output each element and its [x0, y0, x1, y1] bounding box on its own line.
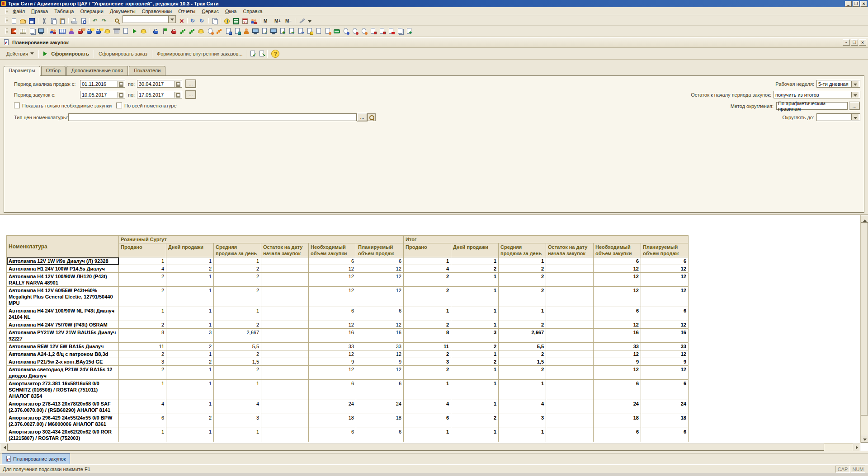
table-icon[interactable] [19, 28, 27, 35]
surgut-value-cell[interactable]: 2 [214, 366, 261, 380]
surgut-value-cell[interactable]: 6 [356, 428, 404, 442]
total-value-cell[interactable]: 2,667 [499, 329, 546, 343]
column-header[interactable]: Остаток на дату начала закупок [261, 243, 309, 257]
surgut-value-cell[interactable] [261, 307, 309, 321]
total-value-cell[interactable]: 2 [499, 273, 546, 287]
total-value-cell[interactable] [546, 343, 594, 350]
column-header[interactable]: Планируемый объем продаж [641, 243, 689, 257]
calendar-icon[interactable] [241, 18, 249, 25]
nomenclature-cell[interactable]: Автолампа светодиод P21W 24V BA15s 12 ди… [7, 366, 119, 380]
tab-selection[interactable]: Отбор [41, 66, 66, 76]
total-value-cell[interactable]: 6 [594, 428, 641, 442]
surgut-value-cell[interactable] [261, 287, 309, 307]
total-value-cell[interactable]: 6 [641, 257, 689, 265]
scroll-right-icon[interactable] [853, 443, 860, 451]
total-value-cell[interactable]: 1 [451, 307, 499, 321]
chevron-down-icon[interactable] [851, 81, 859, 87]
cut-icon[interactable] [41, 18, 48, 25]
calendar-picker-icon[interactable] [118, 81, 123, 87]
surgut-value-cell[interactable]: 12 [309, 321, 356, 329]
calendar-picker-icon[interactable] [175, 81, 180, 87]
column-header[interactable]: Дней продажи [451, 243, 499, 257]
surgut-value-cell[interactable] [261, 329, 309, 343]
total-value-cell[interactable]: 1 [451, 400, 499, 414]
surgut-value-cell[interactable]: 12 [356, 321, 404, 329]
surgut-value-cell[interactable]: 8 [119, 329, 166, 343]
basket-coin-icon[interactable] [86, 28, 93, 35]
person-red-doc-icon[interactable] [351, 28, 359, 35]
restore-button[interactable]: ❐ [853, 1, 859, 7]
surgut-value-cell[interactable]: 6 [356, 380, 404, 400]
surgut-value-cell[interactable]: 12 [309, 287, 356, 307]
redo-icon[interactable] [101, 18, 108, 25]
menu-reports[interactable]: Отчеты [175, 8, 198, 15]
copy-icon[interactable] [211, 18, 218, 25]
basket-red-icon[interactable] [170, 28, 178, 35]
total-value-cell[interactable]: 12 [594, 321, 641, 329]
chevron-down-icon[interactable] [851, 114, 859, 120]
total-value-cell[interactable]: 24 [594, 400, 641, 414]
total-value-cell[interactable] [546, 428, 594, 442]
total-value-cell[interactable] [546, 307, 594, 321]
sales-period-dots-button[interactable]: ... [186, 80, 196, 88]
total-value-cell[interactable]: 1 [451, 428, 499, 442]
purchase-period-to-input[interactable]: 17.05.2017 [137, 91, 182, 98]
menu-service[interactable]: Сервис [198, 8, 222, 15]
generate-order-button[interactable]: Сформировать заказ [95, 50, 151, 58]
nomenclature-cell[interactable]: Автолампа Н4 12V 60/55W P43t+60% Megalig… [7, 287, 119, 307]
total-value-cell[interactable]: 16 [594, 329, 641, 343]
surgut-value-cell[interactable]: 5,5 [214, 343, 261, 350]
total-value-cell[interactable] [546, 414, 594, 428]
vertical-scrollbar[interactable] [860, 215, 868, 443]
docs-icon[interactable] [396, 28, 404, 35]
total-value-cell[interactable]: 2 [404, 321, 451, 329]
total-value-cell[interactable] [546, 321, 594, 329]
save-icon[interactable] [28, 18, 36, 25]
nomenclature-cell[interactable]: Амортизатор 296-429 24x55/24x55 0/0 BPW … [7, 414, 119, 428]
scroll-up-icon[interactable] [861, 215, 868, 223]
total-value-cell[interactable]: 9 [641, 358, 689, 366]
total-value-cell[interactable]: 11 [404, 343, 451, 350]
surgut-value-cell[interactable]: 18 [356, 414, 404, 428]
total-value-cell[interactable]: 2 [451, 265, 499, 273]
screen-icon[interactable] [270, 28, 277, 35]
surgut-value-cell[interactable]: 2 [119, 321, 166, 329]
surgut-value-cell[interactable]: 16 [309, 329, 356, 343]
total-value-cell[interactable]: 1 [451, 366, 499, 380]
surgut-value-cell[interactable]: 6 [309, 428, 356, 442]
screen-icon[interactable] [252, 28, 259, 35]
tab-indicators[interactable]: Показатели [129, 66, 165, 76]
total-value-cell[interactable]: 3 [404, 358, 451, 366]
total-value-cell[interactable] [546, 350, 594, 358]
price-type-dots-button[interactable]: ... [357, 113, 367, 121]
total-value-cell[interactable]: 6 [594, 307, 641, 321]
surgut-value-cell[interactable]: 3 [166, 329, 214, 343]
nomenclature-cell[interactable]: Амортизатор 302-434 20x62/20x62 0/0 ROR … [7, 428, 119, 442]
undo-icon[interactable] [92, 18, 99, 25]
total-value-cell[interactable]: 2 [499, 265, 546, 273]
surgut-value-cell[interactable]: 1 [166, 273, 214, 287]
surgut-value-cell[interactable]: 33 [356, 343, 404, 350]
column-header[interactable]: Остаток на дату начала закупок [546, 243, 594, 257]
total-value-cell[interactable] [546, 265, 594, 273]
surgut-value-cell[interactable]: 12 [356, 366, 404, 380]
nomenclature-cell[interactable]: Амортизатор 273-381 16x58/16x58 0/0 SCHM… [7, 380, 119, 400]
internal-orders-button[interactable]: Формирование внутренних заказов... [153, 50, 246, 58]
total-value-cell[interactable]: 6 [641, 380, 689, 400]
total-value-cell[interactable] [546, 273, 594, 287]
docs-icon[interactable] [28, 28, 36, 35]
surgut-value-cell[interactable]: 16 [356, 329, 404, 343]
surgut-value-cell[interactable]: 1 [166, 366, 214, 380]
total-value-cell[interactable]: 3 [451, 329, 499, 343]
menu-documents[interactable]: Документы [107, 8, 139, 15]
nomenclature-cell[interactable]: Автолампа 12V 1W И9s Диалуч (Л) 92328 [7, 257, 119, 265]
basket-coin-icon[interactable] [95, 28, 102, 35]
doc-plus-icon[interactable] [406, 28, 413, 35]
purchase-period-from-input[interactable]: 10.05.2017 [80, 91, 125, 98]
surgut-value-cell[interactable]: 4 [119, 400, 166, 414]
surgut-value-cell[interactable]: 1 [166, 350, 214, 358]
total-value-cell[interactable]: 12 [641, 287, 689, 307]
surgut-value-cell[interactable]: 4 [119, 265, 166, 273]
play-icon[interactable] [131, 28, 138, 35]
vertical-scroll-thumb[interactable] [861, 223, 868, 415]
